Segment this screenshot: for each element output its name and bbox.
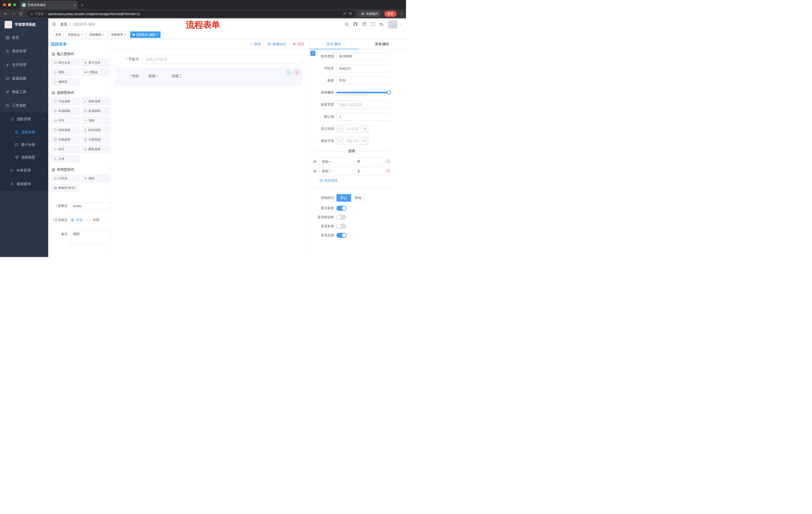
tag-process-form[interactable]: 流程表单 × xyxy=(109,31,128,38)
required-switch[interactable] xyxy=(337,233,346,238)
form-remark-textarea[interactable]: 嘿嘿 xyxy=(70,231,109,244)
sidebar-item-process-management[interactable]: 流程管理 xyxy=(0,112,48,126)
bookmark-star-icon[interactable] xyxy=(348,11,352,16)
sidebar-item-home[interactable]: 首页 xyxy=(0,31,48,45)
component-cascader[interactable]: 级联选择 xyxy=(82,98,109,105)
component-editor[interactable]: 编辑器 xyxy=(52,78,79,85)
remove-option-icon[interactable] xyxy=(386,159,390,164)
save-button[interactable]: 保存 xyxy=(249,42,261,47)
tag-close-icon[interactable]: × xyxy=(156,33,158,36)
new-tab-button[interactable] xyxy=(80,3,84,8)
drag-handle-icon[interactable] xyxy=(313,169,317,173)
password-key-icon[interactable] xyxy=(343,11,347,16)
title-input[interactable] xyxy=(337,77,390,84)
component-time-picker[interactable]: 时间选择 xyxy=(52,126,79,134)
border-switch[interactable] xyxy=(337,215,346,220)
sidebar-item-workflow[interactable]: 工作流程 xyxy=(0,99,48,112)
font-size-icon[interactable]: TT xyxy=(380,22,383,27)
tag-process-model[interactable]: 流程模型 × xyxy=(87,31,107,38)
browser-tab[interactable]: 芋道管理系统 × xyxy=(20,1,78,9)
style-default-button[interactable]: 默认 xyxy=(337,194,351,202)
back-button[interactable] xyxy=(2,10,9,17)
window-minimize-button[interactable] xyxy=(8,3,11,6)
form-grid-slider[interactable] xyxy=(337,88,390,97)
component-rate[interactable]: 评分 xyxy=(52,145,79,153)
stepper-increase-button[interactable]: + xyxy=(361,137,368,144)
option-value-input[interactable] xyxy=(354,158,384,166)
address-bar[interactable]: 不安全 | dashboard.yudao.iocoder.cn/bpm/man… xyxy=(27,10,355,17)
copy-widget-button[interactable] xyxy=(286,70,292,76)
min-select-input[interactable] xyxy=(344,125,361,133)
search-icon[interactable] xyxy=(344,22,349,27)
add-option-button[interactable]: 添加选项 xyxy=(319,178,390,183)
github-icon[interactable] xyxy=(353,22,358,27)
style-button-button[interactable]: 按钮 xyxy=(351,194,365,202)
breadcrumb-home[interactable]: 首页 xyxy=(60,22,67,27)
tab-close-icon[interactable]: × xyxy=(74,3,76,7)
link-icon[interactable] xyxy=(310,51,315,56)
drag-handle-icon[interactable] xyxy=(313,160,317,164)
component-slider[interactable]: 滑块 xyxy=(82,117,109,124)
window-zoom-button[interactable] xyxy=(13,3,16,6)
remove-option-icon[interactable] xyxy=(386,169,390,174)
sidebar-item-process-form[interactable]: 流程表单 xyxy=(0,126,48,139)
tag-close-icon[interactable]: × xyxy=(124,33,126,36)
stepper-decrease-button[interactable]: − xyxy=(337,137,344,144)
tag-home[interactable]: 首页 xyxy=(53,31,64,38)
avatar-caret-icon[interactable] xyxy=(400,22,402,26)
sidebar-item-task-management[interactable]: 任务管理 xyxy=(0,164,48,177)
component-password[interactable]: 密码 xyxy=(52,69,79,76)
component-table[interactable]: 表格[开发中] xyxy=(52,184,79,192)
phone-field-row[interactable]: *手机号 xyxy=(115,55,303,64)
component-switch[interactable]: 开关 xyxy=(52,117,79,124)
component-date-range[interactable]: 日期范围 xyxy=(82,136,109,143)
tag-close-icon[interactable]: × xyxy=(103,33,105,36)
show-label-switch[interactable] xyxy=(337,206,346,211)
default-value-input[interactable] xyxy=(337,113,390,121)
field-name-input[interactable] xyxy=(337,64,390,73)
option-label-input[interactable] xyxy=(319,167,352,175)
option-label-input[interactable] xyxy=(319,158,352,166)
help-icon[interactable] xyxy=(362,22,367,27)
checkbox[interactable] xyxy=(166,75,169,78)
reload-button[interactable] xyxy=(18,10,24,17)
browser-update-button[interactable]: 更新 xyxy=(384,11,397,17)
fullscreen-icon[interactable] xyxy=(371,22,375,27)
slider-handle[interactable] xyxy=(387,90,391,94)
sidebar-item-dev-tools[interactable]: 研发工具 xyxy=(0,85,48,99)
clear-button[interactable]: 清空 xyxy=(292,42,304,47)
view-json-button[interactable]: 查看json xyxy=(267,42,286,47)
max-select-input[interactable] xyxy=(344,137,361,144)
component-upload[interactable]: 上传 xyxy=(52,155,79,162)
sidebar-toggle-icon[interactable] xyxy=(52,22,56,27)
component-select[interactable]: 下拉选择 xyxy=(52,98,79,105)
component-time-range[interactable]: 时间范围 xyxy=(82,126,109,134)
component-button[interactable]: 按钮 xyxy=(82,174,109,182)
component-row-container[interactable]: 行容器 xyxy=(52,174,79,182)
tag-close-icon[interactable]: × xyxy=(81,33,83,36)
sidebar-item-payment-management[interactable]: ¥ 支付管理 xyxy=(0,58,48,72)
sidebar-item-process-model[interactable]: 流程模型 xyxy=(0,151,48,164)
stepper-decrease-button[interactable]: − xyxy=(337,125,344,133)
site-security-indicator[interactable]: 不安全 xyxy=(30,12,44,16)
component-multi-line-text[interactable]: 多行文本 xyxy=(82,59,109,66)
gender-option-1[interactable]: 选项一 xyxy=(142,74,159,78)
component-date-picker[interactable]: 日期选择 xyxy=(52,136,79,143)
url-text[interactable]: dashboard.yudao.iocoder.cn/bpm/manager/f… xyxy=(48,12,341,16)
sidebar-item-system-management[interactable]: 系统管理 xyxy=(0,45,48,58)
form-name-input[interactable] xyxy=(70,202,110,210)
status-on-radio[interactable]: 开启 xyxy=(70,218,82,222)
checkbox[interactable] xyxy=(142,75,146,78)
sidebar-item-leave-query[interactable]: 请假查询 xyxy=(0,177,48,191)
component-type-select[interactable]: 多选框组 xyxy=(337,52,390,60)
selected-widget-gender[interactable]: *性别 选项一 选项二 xyxy=(115,68,303,86)
avatar[interactable] xyxy=(388,20,397,28)
tag-process-definition[interactable]: 流程定义 × xyxy=(65,31,85,38)
gender-option-2[interactable]: 选项二 xyxy=(166,74,182,78)
tab-component-props[interactable]: 组件属性 xyxy=(310,39,358,49)
sidebar-item-infrastructure[interactable]: 基础设施 xyxy=(0,72,48,85)
sidebar-item-user-group[interactable]: 用户分组 xyxy=(0,139,48,151)
label-width-input[interactable] xyxy=(337,101,390,109)
stepper-increase-button[interactable]: + xyxy=(361,125,368,133)
component-radio-group[interactable]: 单选框组 xyxy=(52,107,79,115)
